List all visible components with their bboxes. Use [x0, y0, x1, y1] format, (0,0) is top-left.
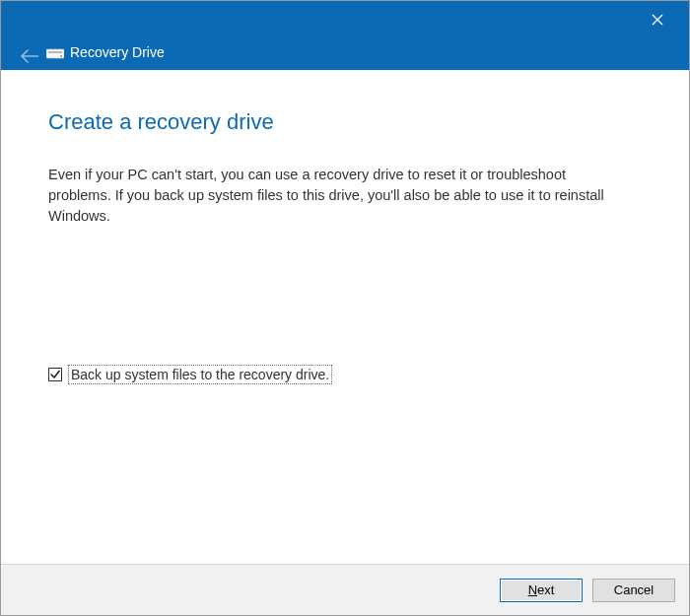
- next-rest: ext: [537, 582, 554, 597]
- content-area: Create a recovery drive Even if your PC …: [1, 70, 689, 564]
- backup-checkbox-row: Back up system files to the recovery dri…: [48, 365, 642, 384]
- close-icon: [652, 13, 663, 29]
- close-button[interactable]: [638, 7, 677, 34]
- backup-checkbox-label: Back up system files to the recovery dri…: [68, 365, 332, 384]
- window-title: Recovery Drive: [70, 44, 165, 60]
- wizard-window: Recovery Drive Create a recovery drive E…: [0, 0, 690, 616]
- titlebar: Recovery Drive: [1, 1, 689, 70]
- page-heading: Create a recovery drive: [48, 109, 642, 135]
- next-button[interactable]: Next: [500, 579, 583, 602]
- cancel-button[interactable]: Cancel: [592, 579, 675, 602]
- next-mnemonic: N: [528, 582, 537, 597]
- drive-icon: [46, 46, 64, 60]
- arrow-left-icon: [21, 50, 38, 67]
- checkmark-icon: [50, 367, 60, 382]
- svg-point-2: [60, 55, 62, 57]
- backup-checkbox[interactable]: [48, 368, 62, 381]
- description-text: Even if your PC can't start, you can use…: [48, 165, 610, 227]
- back-button[interactable]: [21, 48, 38, 64]
- svg-rect-1: [48, 51, 62, 53]
- button-bar: Next Cancel: [1, 564, 689, 615]
